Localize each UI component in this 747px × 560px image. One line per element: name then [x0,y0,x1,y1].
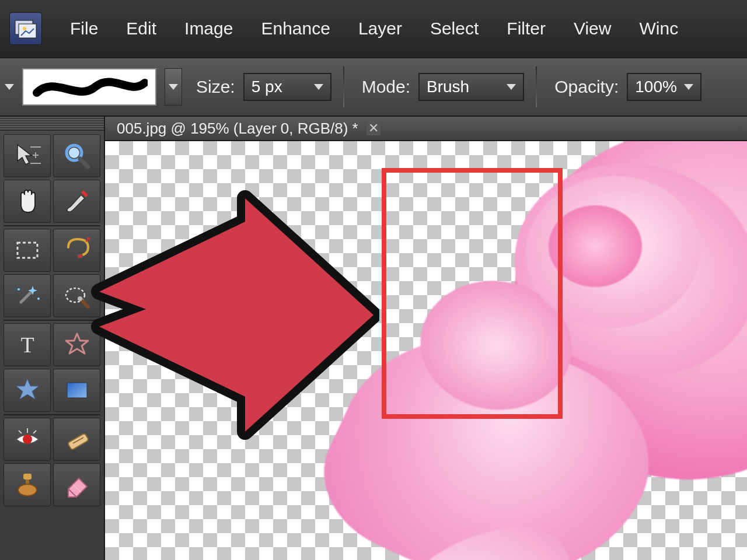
menu-select[interactable]: Select [430,19,479,38]
svg-point-10 [37,298,40,300]
chevron-down-icon [169,84,178,90]
opacity-value: 100% [635,78,677,96]
zoom-tool[interactable] [53,134,100,177]
menu-view[interactable]: View [574,19,611,38]
svg-point-2 [23,27,26,30]
svg-line-8 [21,290,33,302]
move-tool[interactable] [4,134,51,177]
marquee-tool[interactable] [4,229,51,272]
menu-image[interactable]: Image [184,19,233,38]
menu-window[interactable]: Winc [639,19,678,38]
document-tab-title: 005.jpg @ 195% (Layer 0, RGB/8) * [117,120,358,138]
opacity-label: Opacity: [554,77,619,97]
svg-point-9 [18,288,20,290]
svg-rect-6 [18,243,37,258]
menu-filter[interactable]: Filter [507,19,546,38]
size-value: 5 px [252,78,282,96]
chevron-down-icon [314,84,323,90]
menu-bar: File Edit Image Enhance Layer Select Fil… [0,0,747,58]
mode-label: Mode: [362,77,410,97]
menu-enhance[interactable]: Enhance [261,19,330,38]
tool-preset-dropdown-icon[interactable] [5,84,14,90]
document-tab[interactable]: 005.jpg @ 195% (Layer 0, RGB/8) * ✕ [117,120,381,138]
mode-value: Brush [427,78,469,96]
svg-line-19 [33,430,36,433]
size-input[interactable]: 5 px [243,73,331,101]
clone-stamp-tool[interactable] [4,463,51,506]
menu-layer[interactable]: Layer [358,19,402,38]
svg-line-5 [80,159,88,167]
svg-point-4 [69,148,79,158]
document-tab-bar: 005.jpg @ 195% (Layer 0, RGB/8) * ✕ [105,117,747,141]
shape-tool[interactable] [4,369,51,412]
magic-wand-tool[interactable] [4,274,51,317]
menu-file[interactable]: File [70,19,98,38]
opacity-input[interactable]: 100% [627,73,701,101]
eraser-tool[interactable] [53,463,100,506]
type-tool[interactable]: T [4,323,51,366]
options-separator [343,66,344,107]
brush-preview[interactable] [22,68,156,106]
svg-text:T: T [20,332,34,357]
options-separator [536,66,537,107]
chevron-down-icon [507,84,516,90]
palette-grip[interactable] [0,117,104,131]
menu-edit[interactable]: Edit [126,19,156,38]
brush-preview-dropdown[interactable] [165,68,182,106]
svg-rect-22 [23,474,32,480]
svg-line-18 [19,430,22,433]
svg-point-24 [18,484,37,496]
size-label: Size: [196,77,235,97]
chevron-down-icon [684,84,693,90]
options-bar: Size: 5 px Mode: Brush Opacity: 100% [0,58,747,117]
hand-tool[interactable] [4,180,51,223]
mode-input[interactable]: Brush [418,73,524,101]
app-logo [9,12,42,45]
annotation-arrow [76,181,379,449]
svg-point-16 [23,435,32,444]
red-eye-tool[interactable] [4,418,51,461]
close-icon[interactable]: ✕ [366,121,381,135]
annotation-highlight-box [382,168,563,419]
